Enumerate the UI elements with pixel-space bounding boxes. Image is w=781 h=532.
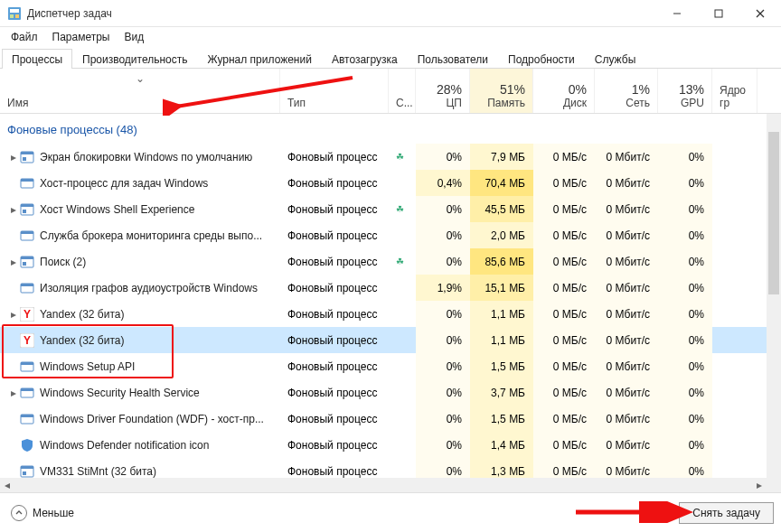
expand-icon[interactable]: ▸ [7, 203, 20, 216]
svg-rect-3 [15, 14, 19, 18]
menu-view[interactable]: Вид [117, 29, 151, 45]
col-disk[interactable]: 0%Диск [533, 69, 595, 113]
menu-options[interactable]: Параметры [45, 29, 118, 45]
gpu-value: 0% [689, 387, 704, 399]
horizontal-scrollbar[interactable]: ◂ ▸ [0, 478, 767, 492]
process-row[interactable]: ▸Изоляция графов аудиоустройств WindowsФ… [0, 275, 781, 301]
end-task-button[interactable]: Снять задачу [679, 502, 774, 524]
network-value: 0 Мбит/с [607, 439, 650, 452]
menu-file[interactable]: Файл [4, 29, 45, 45]
tab-services[interactable]: Службы [585, 49, 645, 69]
process-name: Windows Driver Foundation (WDF) - хост-п… [40, 413, 264, 425]
memory-value: 85,6 МБ [485, 256, 525, 268]
minimize-button[interactable] [656, 0, 698, 27]
svg-rect-30 [21, 388, 33, 391]
process-row[interactable]: ▸Хост-процесс для задач WindowsФоновый п… [0, 170, 781, 196]
expand-icon[interactable]: ▸ [7, 256, 20, 268]
network-value: 0 Мбит/с [607, 256, 650, 268]
disk-value: 0 МБ/с [553, 465, 587, 478]
col-network[interactable]: 1%Сеть [595, 69, 658, 113]
process-row[interactable]: ▸Windows Driver Foundation (WDF) - хост-… [0, 406, 781, 432]
memory-value: 1,4 МБ [491, 439, 525, 452]
vertical-scrollbar[interactable] [767, 114, 781, 478]
svg-rect-20 [23, 262, 26, 266]
gpu-value: 0% [689, 256, 704, 268]
process-row[interactable]: ▸Служба брокера мониторинга среды выпо..… [0, 222, 781, 248]
tab-details[interactable]: Подробности [498, 49, 585, 69]
disk-value: 0 МБ/с [553, 203, 587, 216]
network-value: 0 Мбит/с [607, 229, 650, 242]
memory-value: 70,4 МБ [485, 177, 525, 190]
svg-rect-32 [21, 415, 33, 417]
cpu-value: 0% [447, 387, 462, 399]
process-icon [20, 229, 34, 243]
close-button[interactable] [739, 0, 781, 27]
process-type: Фоновый процесс [287, 387, 377, 399]
process-row[interactable]: ▸Хост Windows Shell ExperienceФоновый пр… [0, 196, 781, 222]
network-value: 0 Мбит/с [607, 334, 650, 347]
svg-rect-35 [23, 471, 26, 475]
tab-apphistory[interactable]: Журнал приложений [198, 49, 322, 69]
network-value: 0 Мбит/с [607, 360, 650, 373]
process-type: Фоновый процесс [287, 282, 377, 294]
process-row[interactable]: ▸YYandex (32 бита)Фоновый процесс0%1,1 М… [0, 301, 781, 327]
expand-icon[interactable]: ▸ [7, 308, 20, 321]
process-row[interactable]: ▸Windows Setup APIФоновый процесс0%1,5 М… [0, 353, 781, 379]
disk-value: 0 МБ/с [553, 308, 587, 321]
cpu-value: 0% [447, 465, 462, 478]
network-value: 0 Мбит/с [607, 151, 650, 163]
process-type: Фоновый процесс [287, 465, 377, 478]
process-icon [20, 412, 34, 426]
expand-icon[interactable]: ▸ [7, 151, 20, 163]
col-memory[interactable]: 51%Память [470, 69, 533, 113]
tab-processes[interactable]: Процессы [2, 49, 72, 69]
memory-value: 45,5 МБ [485, 203, 525, 216]
gpu-value: 0% [689, 413, 704, 425]
cpu-value: 0% [447, 334, 462, 347]
col-cpu[interactable]: 28%ЦП [416, 69, 470, 113]
process-icon [20, 150, 34, 164]
svg-rect-14 [21, 204, 33, 207]
fewer-details-button[interactable]: Меньше [5, 501, 80, 525]
scroll-right-icon[interactable]: ▸ [752, 478, 767, 492]
process-type: Фоновый процесс [287, 413, 377, 425]
cpu-value: 0% [447, 256, 462, 268]
col-type[interactable]: Тип [280, 69, 389, 113]
memory-value: 2,0 МБ [491, 229, 525, 242]
group-background-processes: Фоновые процессы (48) [0, 114, 781, 144]
svg-rect-19 [21, 257, 33, 259]
col-gpu[interactable]: 13%GPU [658, 69, 712, 113]
process-type: Фоновый процесс [287, 229, 377, 242]
process-row[interactable]: ▸Windows Defender notification iconФонов… [0, 432, 781, 458]
process-row[interactable]: ▸YYandex (32 бита)Фоновый процесс0%1,1 М… [0, 327, 781, 353]
process-name: Yandex (32 бита) [40, 334, 124, 347]
process-type: Фоновый процесс [287, 360, 377, 373]
process-list: Фоновые процессы (48)▸Экран блокировки W… [0, 114, 781, 502]
process-icon [20, 255, 34, 269]
leaf-icon: ☘ [396, 152, 404, 162]
memory-value: 1,1 МБ [491, 334, 525, 347]
process-icon [20, 202, 34, 217]
scroll-left-icon[interactable]: ◂ [0, 478, 14, 492]
maximize-button[interactable] [698, 0, 739, 27]
svg-rect-34 [21, 466, 33, 469]
col-gpu-engine[interactable]: Ядро гр [712, 69, 757, 113]
tab-users[interactable]: Пользователи [408, 49, 498, 69]
tab-performance[interactable]: Производительность [72, 49, 197, 69]
memory-value: 1,5 МБ [491, 360, 525, 373]
process-type: Фоновый процесс [287, 308, 377, 321]
process-icon [20, 464, 34, 479]
tabstrip: Процессы Производительность Журнал прило… [0, 47, 781, 69]
process-row[interactable]: ▸Windows Security Health ServiceФоновый … [0, 379, 781, 406]
process-row[interactable]: ▸Поиск (2)Фоновый процесс☘0%85,6 МБ0 МБ/… [0, 248, 781, 275]
tab-startup[interactable]: Автозагрузка [322, 49, 408, 69]
process-row[interactable]: ▸Экран блокировки Windows по умолчаниюФо… [0, 144, 781, 170]
cpu-value: 0% [447, 360, 462, 373]
gpu-value: 0% [689, 177, 704, 190]
col-status[interactable]: С... [389, 69, 416, 113]
expand-icon[interactable]: ▸ [7, 387, 20, 399]
svg-text:Y: Y [24, 334, 31, 347]
col-name[interactable]: ⌄ Имя [0, 69, 280, 113]
process-icon: Y [20, 333, 34, 348]
menubar: Файл Параметры Вид [0, 27, 781, 47]
